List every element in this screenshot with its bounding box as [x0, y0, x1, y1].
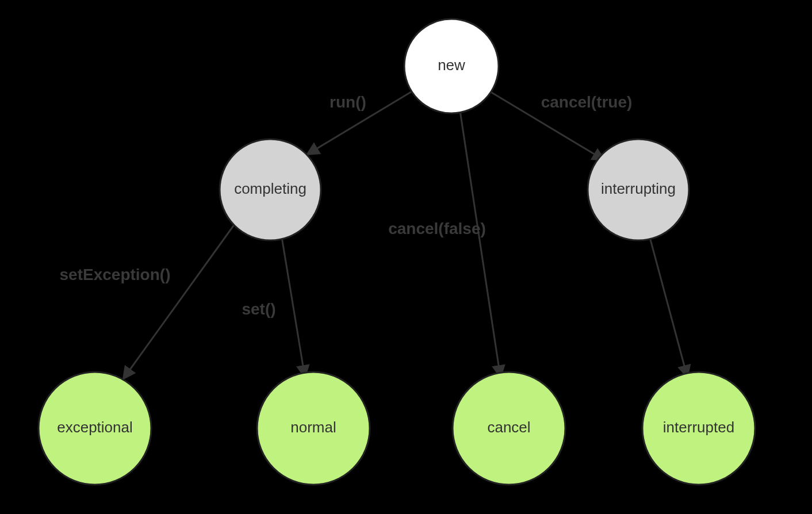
nodes: new completing interrupting exceptional … — [39, 19, 755, 485]
node-label-normal: normal — [290, 419, 336, 436]
node-label-cancel: cancel — [487, 419, 530, 436]
edge-label-cancel-false: cancel(false) — [388, 220, 486, 237]
edge-interrupt — [650, 237, 687, 377]
edge-label-run: run() — [330, 93, 366, 111]
edge-set-exception — [124, 223, 236, 378]
node-label-interrupted: interrupted — [663, 419, 734, 436]
node-label-new: new — [438, 56, 465, 74]
node-completing: completing — [220, 139, 321, 240]
node-label-exceptional: exceptional — [57, 419, 133, 436]
edge-label-set: set() — [242, 300, 275, 318]
edge-cancel-false — [460, 111, 500, 377]
edges: run() cancel(true) cancel(false) setExce… — [60, 91, 687, 378]
node-label-interrupting: interrupting — [601, 180, 676, 197]
state-diagram: run() cancel(true) cancel(false) setExce… — [0, 0, 812, 514]
node-normal: normal — [257, 372, 370, 485]
node-new: new — [404, 19, 499, 113]
edge-label-set-exception: setException() — [60, 266, 171, 283]
node-label-completing: completing — [234, 180, 307, 197]
edge-label-cancel-true: cancel(true) — [541, 93, 633, 111]
edge-set — [282, 237, 305, 377]
node-interrupted: interrupted — [642, 372, 755, 485]
node-cancel: cancel — [453, 372, 565, 485]
node-interrupting: interrupting — [588, 139, 689, 240]
node-exceptional: exceptional — [39, 372, 151, 485]
